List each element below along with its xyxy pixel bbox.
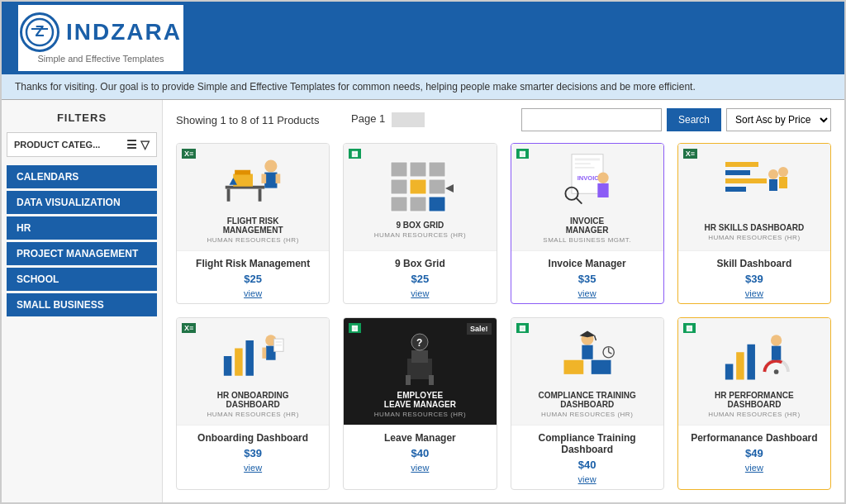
product-grid: X≡ (176, 143, 831, 490)
sale-badge-leave: Sale! (467, 323, 492, 335)
img-title-invoice: INVOICEMANAGER (566, 216, 609, 235)
svg-rect-11 (235, 170, 250, 175)
svg-rect-34 (725, 178, 767, 183)
svg-rect-47 (276, 341, 283, 343)
product-image-invoice-manager: ▦ INVOICE (511, 144, 663, 251)
svg-text:?: ? (416, 337, 422, 349)
product-card-compliance[interactable]: ▦ (511, 317, 664, 490)
product-price-flight-risk: $25 (183, 273, 322, 285)
product-card-onboarding[interactable]: X≡ (176, 317, 330, 490)
product-price-performance: $49 (685, 447, 824, 459)
img-title-compliance: COMPLIANCE TRAININGDASHBOARD (538, 391, 635, 409)
img-sub-compliance: HUMAN RESOURCES (HR) (541, 411, 633, 418)
product-view-invoice[interactable]: view (518, 288, 657, 298)
svg-point-38 (778, 167, 788, 177)
svg-rect-60 (591, 360, 611, 374)
svg-rect-8 (262, 174, 267, 183)
img-sub-onboarding: HUMAN RESOURCES (HR) (207, 411, 298, 418)
excel-badge-onboarding: X≡ (182, 323, 196, 333)
sidebar-title: FILTERS (2, 107, 162, 132)
sidebar-item-data-visualization[interactable]: DATA VISUALIZATION (7, 191, 157, 214)
svg-rect-41 (235, 349, 243, 376)
sidebar-item-school[interactable]: SCHOOL (7, 268, 157, 291)
svg-rect-48 (276, 345, 283, 346)
product-name-skill: Skill Dashboard (685, 258, 824, 269)
img-sub-performance: HUMAN RESOURCES (HR) (708, 411, 800, 418)
logo-icon: Z (20, 12, 59, 52)
img-sub-invoice: SMALL BUSINESS MGMT. (543, 236, 631, 244)
search-button[interactable]: Search (667, 108, 721, 131)
product-view-compliance[interactable]: view (518, 474, 657, 484)
svg-rect-9 (276, 174, 281, 183)
product-view-performance[interactable]: view (685, 463, 824, 473)
product-view-skill[interactable]: view (685, 288, 824, 298)
product-image-9-box-grid: ▦ (344, 144, 496, 251)
svg-rect-50 (411, 350, 428, 363)
product-view-leave[interactable]: view (350, 463, 489, 473)
product-view-flight-risk[interactable]: view (183, 288, 322, 298)
sidebar-item-calendars[interactable]: CALENDARS (7, 165, 157, 188)
filter-funnel-icon[interactable]: ▽ (140, 138, 150, 151)
svg-point-28 (597, 173, 608, 183)
img-sub-leave: HUMAN RESOURCES (HR) (374, 411, 466, 418)
sort-select[interactable]: Sort Asc by Price (726, 108, 831, 131)
svg-rect-69 (772, 346, 781, 360)
product-view-9box[interactable]: view (350, 288, 489, 298)
product-name-performance: Performanance Dashboard (685, 432, 824, 444)
product-card-skill-dashboard[interactable]: X≡ (677, 143, 831, 304)
sheets-badge-9box: ▦ (349, 149, 361, 159)
img-title-skill: HR SKILLS DASHBOARD (705, 223, 805, 232)
product-image-leave-manager: ▦ Sale! ? EMPLOYEELEAV (344, 318, 496, 426)
search-input[interactable] (521, 108, 662, 131)
product-price-onboarding: $39 (183, 447, 322, 459)
sheets-badge-invoice: ▦ (516, 149, 529, 159)
search-area: Search Sort Asc by Price (521, 108, 831, 131)
sidebar: FILTERS PRODUCT CATEG... ☰ ▽ CALENDARS D… (2, 100, 163, 503)
svg-rect-7 (264, 173, 277, 188)
product-categ-label: PRODUCT CATEG... (14, 140, 100, 150)
img-title-9box: 9 BOX GRID (396, 221, 444, 230)
svg-rect-58 (582, 345, 592, 359)
product-price-compliance: $40 (518, 459, 657, 471)
svg-rect-15 (429, 162, 445, 177)
product-card-performance[interactable]: ▦ (677, 317, 831, 490)
img-sub-skill: HUMAN RESOURCES (HR) (708, 234, 800, 241)
img-title-performance: HR PERFORMANCEDASHBOARD (715, 391, 794, 409)
product-category-bar[interactable]: PRODUCT CATEG... ☰ ▽ (7, 132, 157, 157)
filter-list-icon[interactable]: ☰ (126, 138, 137, 151)
page-number-box (392, 112, 425, 127)
content-area: Showing 1 to 8 of 11 Products Page 1 Sea… (163, 100, 844, 503)
img-sub-flight-risk: HUMAN RESOURCES (HR) (207, 236, 298, 244)
product-card-invoice-manager[interactable]: ▦ INVOICE (511, 143, 664, 304)
svg-point-36 (768, 169, 778, 179)
sheets-badge-leave: ▦ (349, 323, 361, 333)
svg-rect-35 (725, 187, 746, 192)
sheets-badge-performance: ▦ (683, 323, 696, 333)
product-view-onboarding[interactable]: view (183, 463, 322, 473)
svg-line-63 (608, 352, 611, 354)
sidebar-item-small-business[interactable]: SMALL BUSINESS (7, 293, 157, 316)
product-image-onboarding: X≡ (177, 318, 329, 426)
showing-text: Showing 1 to 8 of 11 Products (176, 114, 341, 126)
svg-rect-24 (574, 159, 599, 161)
product-card-leave-manager[interactable]: ▦ Sale! ? EMPLOYEELEAV (343, 317, 497, 490)
svg-rect-16 (391, 179, 407, 194)
svg-rect-45 (263, 348, 267, 359)
sidebar-item-hr[interactable]: HR (7, 216, 157, 240)
logo-tagline: Simple and Effective Templates (37, 54, 164, 64)
svg-rect-19 (391, 197, 407, 212)
svg-rect-51 (406, 375, 411, 385)
product-card-9-box-grid[interactable]: ▦ (343, 143, 497, 304)
product-name-compliance: Compliance Training Dashboard (518, 432, 657, 455)
svg-rect-29 (597, 183, 608, 197)
svg-rect-64 (725, 364, 734, 380)
sidebar-item-project-management[interactable]: PROJECT MANAGEMENT (7, 242, 157, 265)
svg-rect-21 (429, 197, 445, 212)
svg-point-67 (774, 369, 779, 374)
product-card-flight-risk[interactable]: X≡ (176, 143, 330, 304)
product-name-leave: Leave Manager (350, 432, 489, 444)
product-image-performance: ▦ (678, 318, 830, 426)
sheets-badge-compliance: ▦ (516, 323, 529, 333)
product-price-invoice: $35 (518, 273, 657, 285)
svg-text:Z: Z (36, 23, 45, 40)
